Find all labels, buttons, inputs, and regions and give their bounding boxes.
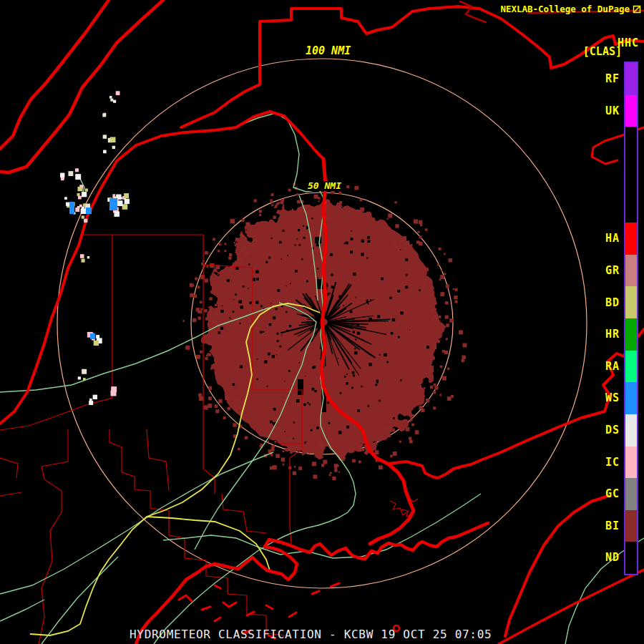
legend-swatch-GC <box>625 478 637 510</box>
maine-coastline <box>136 523 488 644</box>
legend-mode-badge: [CLAS] <box>583 45 622 58</box>
legend-label-RF: RF <box>605 72 620 85</box>
legend-label-BD: BD <box>605 296 620 309</box>
legend-label-BI: BI <box>605 519 620 532</box>
border-north-rectangle <box>181 6 644 127</box>
radar-map <box>0 0 644 644</box>
legend-label-IC: IC <box>605 456 620 469</box>
legend-label-DS: DS <box>605 424 620 436</box>
legend-swatch-IC <box>625 447 637 479</box>
legend-label-HA: HA <box>605 232 620 245</box>
bay-coast-lower <box>505 496 608 636</box>
nw-precip-echoes <box>60 91 130 405</box>
river-southwest-b <box>42 557 118 644</box>
river-southwest-c <box>0 600 44 621</box>
legend-swatch-GR <box>625 255 637 287</box>
legend-colorbar <box>624 62 638 575</box>
range-ring-label-100: 100 NMI <box>303 45 353 57</box>
legend-label-GR: GR <box>605 264 620 277</box>
legend-label-ND: ND <box>605 551 620 564</box>
legend-swatch-blank-4 <box>625 191 637 223</box>
legend-swatch-DS <box>625 414 637 447</box>
legend-swatch-ND <box>625 542 637 574</box>
status-bar-text: HYDROMETEOR CLASSIFICATION - KCBW 19 OCT… <box>130 628 492 641</box>
state-boundaries <box>0 0 644 644</box>
legend-label-GC: GC <box>605 487 620 500</box>
legend-swatch-blank-2 <box>625 127 637 159</box>
nw-precip-blue-accents <box>69 198 117 339</box>
border-topleft-inner <box>0 0 163 172</box>
radar-display: NEXLAB-College of DuPage HHC [CLAS] RFUK… <box>0 0 644 644</box>
legend-swatch-HA <box>625 223 637 255</box>
legend-label-UK: UK <box>605 104 620 117</box>
coast-corner <box>499 570 644 644</box>
legend-label-WS: WS <box>605 391 620 404</box>
border-top-squiggle <box>460 1 486 22</box>
legend-swatch-BD <box>625 286 637 318</box>
legend-swatch-blank-3 <box>625 159 637 191</box>
legend-swatch-BI <box>625 510 637 542</box>
legend-swatch-HR <box>625 318 637 351</box>
river-coastal <box>163 494 481 558</box>
legend-swatch-RA <box>625 351 637 383</box>
cod-logo-icon <box>633 5 641 14</box>
legend-label-RA: RA <box>605 360 620 373</box>
range-ring-label-50: 50 NMI <box>306 181 343 191</box>
legend-swatch-WS <box>625 382 637 414</box>
brand-title: NEXLAB-College of DuPage <box>500 4 630 14</box>
brand: NEXLAB-College of DuPage <box>500 4 641 14</box>
legend-label-HR: HR <box>605 328 620 341</box>
legend-swatch-RF <box>625 63 637 95</box>
legend-swatch-UK <box>625 95 637 127</box>
